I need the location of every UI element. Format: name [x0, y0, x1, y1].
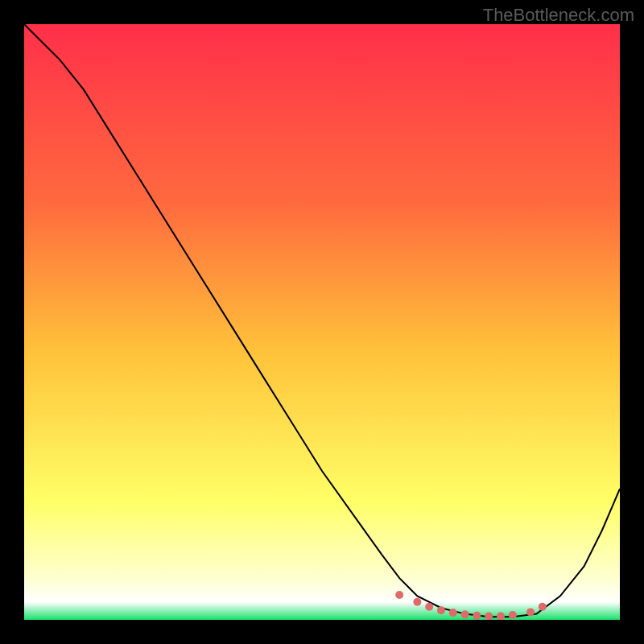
highlight-marker [539, 603, 547, 611]
highlight-marker [473, 612, 481, 620]
chart-background [24, 24, 620, 620]
watermark-text: TheBottleneck.com [483, 5, 634, 26]
highlight-marker [509, 611, 517, 619]
highlight-marker [461, 610, 469, 618]
highlight-marker [526, 608, 535, 616]
highlight-marker [449, 609, 457, 617]
highlight-marker [425, 603, 433, 611]
highlight-marker [437, 606, 445, 614]
highlight-marker [413, 598, 421, 606]
bottleneck-chart [24, 24, 620, 620]
highlight-marker [395, 591, 403, 599]
